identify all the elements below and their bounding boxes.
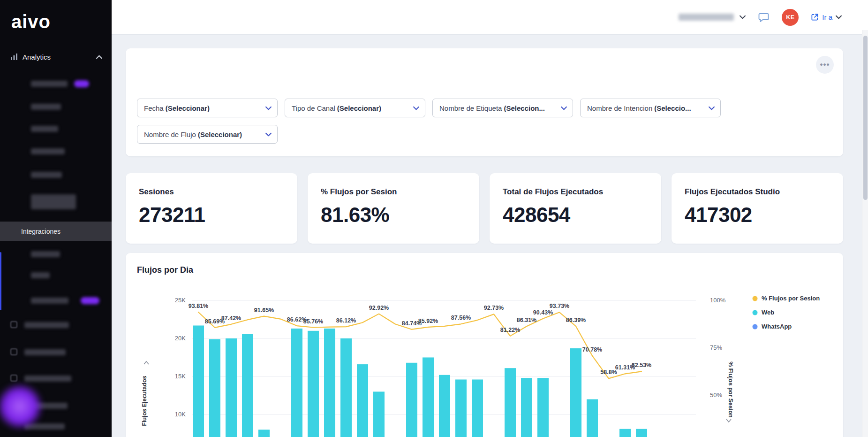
kpi-title: Sesiones [139,187,284,197]
redacted-nav-item[interactable] [31,126,58,132]
right-axis-title: % Flujos por Sesion [727,361,734,417]
dropdown-selected-value: (Seleccion... [504,104,545,112]
kpi-card: Sesiones273211 [126,173,297,244]
account-selector[interactable] [679,14,746,21]
dashboard-content: ••• Fecha (Seleccionar)Tipo de Canal (Se… [112,34,868,437]
redacted-nav-item[interactable] [24,349,66,355]
bar-web [226,338,237,437]
axis-arrow-icon [144,361,149,364]
bar-web [373,391,385,437]
pct-data-label: 85.92% [418,318,438,324]
redacted-nav-item[interactable] [31,194,76,209]
filter-dropdown-nombre-de-etiqueta[interactable]: Nombre de Etiqueta (Seleccion... [432,99,573,117]
kpi-card: Flujos Ejecutados Studio417302 [672,173,843,244]
pct-data-label: 86.31% [517,317,536,323]
redacted-nav-item[interactable] [31,81,68,87]
bar-web [209,339,220,437]
legend-label[interactable]: % Flujos por Sesion [762,295,820,302]
page-scrollbar[interactable] [862,30,868,437]
dropdown-selected-value: (Seleccio... [654,104,691,112]
sidebar-item-integraciones[interactable]: Integraciones [0,222,112,241]
kpi-card: Total de Flujos Ejecutados428654 [490,173,661,244]
pct-data-label: 92.92% [369,305,389,311]
menu-section-icon [10,321,17,328]
legend-dot [753,324,758,330]
left-axis-tick: 15K [175,373,186,380]
bar-web [570,348,581,437]
go-to-label: Ir a [822,13,832,21]
redacted-nav-item[interactable] [24,376,71,382]
aivo-logo: aivo [0,0,112,31]
bar-web [324,329,335,437]
bar-web [258,429,270,437]
sidebar: aivo Analytics Integraciones [0,0,112,437]
sidebar-item-analytics[interactable]: Analytics [0,47,112,67]
redacted-nav-item[interactable] [31,172,62,178]
bar-web [423,358,434,437]
chart-title: Flujos por Dia [137,265,832,275]
pct-data-label: 91.65% [254,307,274,314]
pct-data-label: 93.81% [189,303,208,309]
avatar-initials: KE [786,14,794,21]
pct-data-label: 86.12% [336,317,356,324]
chevron-down-icon [740,15,746,19]
redacted-nav-item[interactable] [31,104,61,110]
chart-card: Flujos por Dia 25K20K15K10K100%75%50%93.… [126,253,843,437]
bar-web [587,399,598,437]
pct-data-label: 92.73% [484,305,504,311]
legend-label[interactable]: WhatsApp [762,323,792,330]
top-bar: KE Ir a [112,0,868,34]
dropdown-label: Tipo de Canal [292,104,335,112]
dropdown-label: Nombre de Flujo [144,130,196,138]
filters-card: ••• Fecha (Seleccionar)Tipo de Canal (Se… [126,48,843,156]
kpi-title: Total de Flujos Ejecutados [503,187,648,197]
axis-arrow-icon [726,419,731,422]
bar-web [455,380,467,437]
scrollbar-thumb[interactable] [863,36,868,200]
pct-data-label: 93.73% [550,303,569,309]
chat-button[interactable] [758,12,770,23]
bar-web [439,375,450,437]
pct-data-label: 85.76% [303,318,323,325]
dropdown-selected-value: (Seleccionar) [198,130,242,138]
left-axis-tick: 20K [175,335,186,342]
bar-web [291,329,302,437]
bar-web [636,429,647,437]
pct-data-label: 90.43% [533,309,553,316]
pct-data-label: 86.39% [566,317,586,323]
redacted-nav-item[interactable] [31,298,68,304]
filter-dropdown-nombre-de-intencion[interactable]: Nombre de Intencion (Seleccio... [580,99,721,117]
kpi-row: Sesiones273211% Flujos por Sesion81.63%T… [126,173,843,244]
redacted-nav-item[interactable] [31,251,60,257]
chevron-down-icon [709,106,715,110]
bar-web [521,378,532,437]
dropdown-label: Nombre de Etiqueta [439,104,502,112]
dropdown-selected-value: (Seleccionar) [337,104,381,112]
menu-section-icon [10,348,17,355]
kpi-value: 417302 [685,203,830,227]
go-to-menu[interactable]: Ir a [811,13,842,21]
left-axis-tick: 10K [175,411,186,418]
pct-data-label: 87.56% [451,314,471,321]
filter-dropdown-tipo-de-canal[interactable]: Tipo de Canal (Seleccionar) [285,99,425,117]
filter-dropdown-nombre-de-flujo[interactable]: Nombre de Flujo (Seleccionar) [137,125,278,144]
kpi-title: % Flujos por Sesion [321,187,466,197]
kpi-value: 81.63% [321,203,466,227]
legend-label[interactable]: Web [762,309,774,316]
redacted-nav-item[interactable] [31,272,50,278]
kpi-card: % Flujos por Sesion81.63% [308,173,479,244]
more-options-button[interactable]: ••• [816,56,834,74]
user-avatar-glow[interactable] [0,383,43,430]
flows-per-day-chart: 25K20K15K10K100%75%50%93.81%85.69%87.42%… [137,282,832,437]
avatar[interactable]: KE [782,9,799,26]
bar-web [505,368,516,437]
bar-web [357,364,368,437]
main-area: KE Ir a ••• Fecha (Seleccionar)Tipo de C… [112,0,868,437]
redacted-nav-item[interactable] [31,148,65,154]
redacted-nav-item[interactable] [24,322,69,328]
pct-data-label: 87.42% [221,315,241,322]
right-axis-tick: 75% [710,344,722,351]
dropdown-label: Nombre de Intencion [587,104,652,112]
filter-dropdown-fecha[interactable]: Fecha (Seleccionar) [137,99,278,117]
pct-data-label: 70.78% [582,346,602,353]
